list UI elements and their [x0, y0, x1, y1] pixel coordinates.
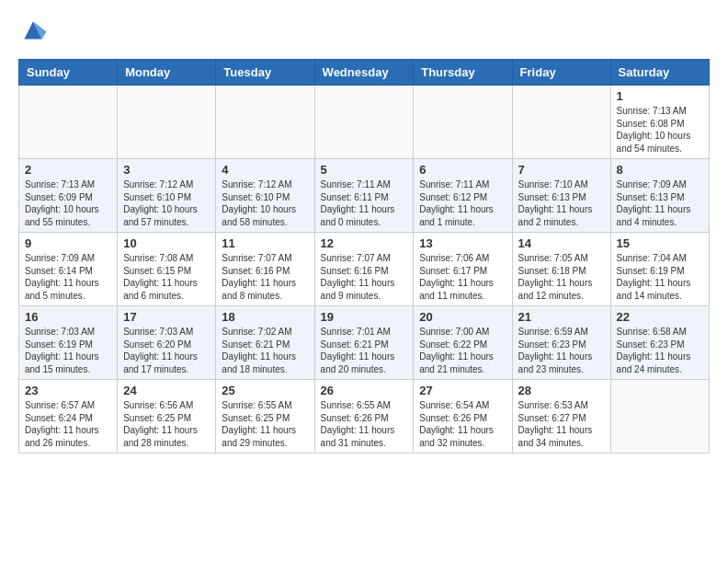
day-number: 18: [222, 310, 308, 324]
day-number: 23: [25, 384, 111, 397]
day-info: Sunrise: 7:11 AM Sunset: 6:12 PM Dayligh…: [419, 178, 506, 228]
day-number: 3: [123, 163, 210, 177]
day-info: Sunrise: 7:07 AM Sunset: 6:16 PM Dayligh…: [321, 252, 408, 302]
calendar-day-cell: 20Sunrise: 7:00 AM Sunset: 6:22 PM Dayli…: [414, 306, 512, 380]
day-info: Sunrise: 6:55 AM Sunset: 6:25 PM Dayligh…: [222, 399, 308, 449]
calendar-day-cell: 24Sunrise: 6:56 AM Sunset: 6:25 PM Dayli…: [118, 380, 216, 454]
calendar-day-cell: 1Sunrise: 7:13 AM Sunset: 6:08 PM Daylig…: [610, 86, 709, 159]
calendar-day-cell: [118, 86, 216, 159]
calendar-day-cell: 13Sunrise: 7:06 AM Sunset: 6:17 PM Dayli…: [414, 233, 512, 306]
logo-icon: [18, 18, 48, 44]
day-info: Sunrise: 7:13 AM Sunset: 6:08 PM Dayligh…: [617, 105, 703, 155]
calendar-day-cell: [216, 86, 314, 159]
calendar-day-cell: 17Sunrise: 7:03 AM Sunset: 6:20 PM Dayli…: [118, 306, 216, 380]
logo: [18, 18, 51, 44]
day-info: Sunrise: 7:05 AM Sunset: 6:18 PM Dayligh…: [518, 252, 605, 302]
day-number: 4: [222, 163, 308, 177]
calendar-day-cell: 23Sunrise: 6:57 AM Sunset: 6:24 PM Dayli…: [19, 380, 118, 454]
day-number: 12: [321, 236, 408, 250]
day-info: Sunrise: 7:03 AM Sunset: 6:20 PM Dayligh…: [123, 326, 210, 375]
day-info: Sunrise: 7:09 AM Sunset: 6:13 PM Dayligh…: [617, 178, 703, 228]
calendar-day-cell: 5Sunrise: 7:11 AM Sunset: 6:11 PM Daylig…: [314, 159, 414, 233]
day-number: 27: [419, 384, 506, 397]
calendar-day-cell: 15Sunrise: 7:04 AM Sunset: 6:19 PM Dayli…: [610, 233, 709, 306]
calendar-day-cell: 26Sunrise: 6:55 AM Sunset: 6:26 PM Dayli…: [314, 380, 414, 454]
day-number: 7: [518, 163, 605, 177]
day-info: Sunrise: 7:10 AM Sunset: 6:13 PM Dayligh…: [518, 178, 605, 228]
calendar-day-cell: 27Sunrise: 6:54 AM Sunset: 6:26 PM Dayli…: [414, 380, 512, 454]
day-info: Sunrise: 7:09 AM Sunset: 6:14 PM Dayligh…: [25, 252, 111, 302]
calendar-day-cell: [512, 86, 610, 159]
calendar-day-cell: 18Sunrise: 7:02 AM Sunset: 6:21 PM Dayli…: [216, 306, 314, 380]
calendar-week-row: 1Sunrise: 7:13 AM Sunset: 6:08 PM Daylig…: [19, 86, 710, 159]
calendar-day-cell: [414, 86, 512, 159]
calendar-day-cell: 28Sunrise: 6:53 AM Sunset: 6:27 PM Dayli…: [512, 380, 610, 454]
calendar-day-cell: 14Sunrise: 7:05 AM Sunset: 6:18 PM Dayli…: [512, 233, 610, 306]
day-number: 21: [518, 310, 605, 324]
calendar-day-cell: 10Sunrise: 7:08 AM Sunset: 6:15 PM Dayli…: [118, 233, 216, 306]
weekday-header-thursday: Thursday: [414, 60, 512, 86]
calendar-day-cell: 21Sunrise: 6:59 AM Sunset: 6:23 PM Dayli…: [512, 306, 610, 380]
day-number: 22: [617, 310, 703, 324]
calendar-day-cell: 2Sunrise: 7:13 AM Sunset: 6:09 PM Daylig…: [19, 159, 118, 233]
day-number: 15: [617, 236, 703, 250]
day-number: 25: [222, 384, 308, 397]
calendar-day-cell: 4Sunrise: 7:12 AM Sunset: 6:10 PM Daylig…: [216, 159, 314, 233]
day-info: Sunrise: 6:57 AM Sunset: 6:24 PM Dayligh…: [25, 399, 111, 449]
day-number: 9: [25, 236, 111, 250]
day-info: Sunrise: 7:06 AM Sunset: 6:17 PM Dayligh…: [419, 252, 506, 302]
day-number: 20: [419, 310, 506, 324]
weekday-header-tuesday: Tuesday: [216, 60, 314, 86]
day-info: Sunrise: 7:12 AM Sunset: 6:10 PM Dayligh…: [222, 178, 308, 228]
day-number: 6: [419, 163, 506, 177]
calendar-day-cell: 9Sunrise: 7:09 AM Sunset: 6:14 PM Daylig…: [19, 233, 118, 306]
day-number: 26: [321, 384, 408, 397]
calendar-day-cell: 8Sunrise: 7:09 AM Sunset: 6:13 PM Daylig…: [610, 159, 709, 233]
day-number: 24: [123, 384, 210, 397]
calendar-week-row: 9Sunrise: 7:09 AM Sunset: 6:14 PM Daylig…: [19, 233, 710, 306]
day-info: Sunrise: 7:07 AM Sunset: 6:16 PM Dayligh…: [222, 252, 308, 302]
calendar-day-cell: 7Sunrise: 7:10 AM Sunset: 6:13 PM Daylig…: [512, 159, 610, 233]
weekday-header-friday: Friday: [512, 60, 610, 86]
day-info: Sunrise: 7:08 AM Sunset: 6:15 PM Dayligh…: [123, 252, 210, 302]
calendar-week-row: 2Sunrise: 7:13 AM Sunset: 6:09 PM Daylig…: [19, 159, 710, 233]
day-info: Sunrise: 6:59 AM Sunset: 6:23 PM Dayligh…: [518, 326, 605, 375]
day-number: 17: [123, 310, 210, 324]
weekday-header-saturday: Saturday: [610, 60, 709, 86]
calendar-week-row: 23Sunrise: 6:57 AM Sunset: 6:24 PM Dayli…: [19, 380, 710, 454]
day-info: Sunrise: 7:03 AM Sunset: 6:19 PM Dayligh…: [25, 326, 111, 375]
day-info: Sunrise: 7:04 AM Sunset: 6:19 PM Dayligh…: [617, 252, 703, 302]
day-number: 28: [518, 384, 605, 397]
day-number: 2: [25, 163, 111, 177]
calendar-day-cell: [610, 380, 709, 454]
calendar-day-cell: 12Sunrise: 7:07 AM Sunset: 6:16 PM Dayli…: [314, 233, 414, 306]
calendar-day-cell: 22Sunrise: 6:58 AM Sunset: 6:23 PM Dayli…: [610, 306, 709, 380]
day-info: Sunrise: 7:13 AM Sunset: 6:09 PM Dayligh…: [25, 178, 111, 228]
day-info: Sunrise: 7:00 AM Sunset: 6:22 PM Dayligh…: [419, 326, 506, 375]
day-info: Sunrise: 7:11 AM Sunset: 6:11 PM Dayligh…: [321, 178, 408, 228]
day-number: 19: [321, 310, 408, 324]
day-number: 11: [222, 236, 308, 250]
day-number: 16: [25, 310, 111, 324]
day-number: 1: [617, 89, 703, 103]
calendar-day-cell: 19Sunrise: 7:01 AM Sunset: 6:21 PM Dayli…: [314, 306, 414, 380]
day-info: Sunrise: 6:54 AM Sunset: 6:26 PM Dayligh…: [419, 399, 506, 449]
page-header: [18, 18, 710, 44]
calendar-table: SundayMondayTuesdayWednesdayThursdayFrid…: [18, 59, 710, 454]
day-info: Sunrise: 6:55 AM Sunset: 6:26 PM Dayligh…: [321, 399, 408, 449]
day-info: Sunrise: 7:02 AM Sunset: 6:21 PM Dayligh…: [222, 326, 308, 375]
calendar-day-cell: 3Sunrise: 7:12 AM Sunset: 6:10 PM Daylig…: [118, 159, 216, 233]
calendar-day-cell: [19, 86, 118, 159]
weekday-header-sunday: Sunday: [19, 60, 118, 86]
day-number: 8: [617, 163, 703, 177]
day-info: Sunrise: 6:58 AM Sunset: 6:23 PM Dayligh…: [617, 326, 703, 375]
calendar-day-cell: 6Sunrise: 7:11 AM Sunset: 6:12 PM Daylig…: [414, 159, 512, 233]
day-info: Sunrise: 7:12 AM Sunset: 6:10 PM Dayligh…: [123, 178, 210, 228]
day-number: 14: [518, 236, 605, 250]
day-number: 13: [419, 236, 506, 250]
day-info: Sunrise: 6:53 AM Sunset: 6:27 PM Dayligh…: [518, 399, 605, 449]
weekday-header-row: SundayMondayTuesdayWednesdayThursdayFrid…: [19, 60, 710, 86]
day-info: Sunrise: 7:01 AM Sunset: 6:21 PM Dayligh…: [321, 326, 408, 375]
calendar-day-cell: [314, 86, 414, 159]
day-number: 5: [321, 163, 408, 177]
